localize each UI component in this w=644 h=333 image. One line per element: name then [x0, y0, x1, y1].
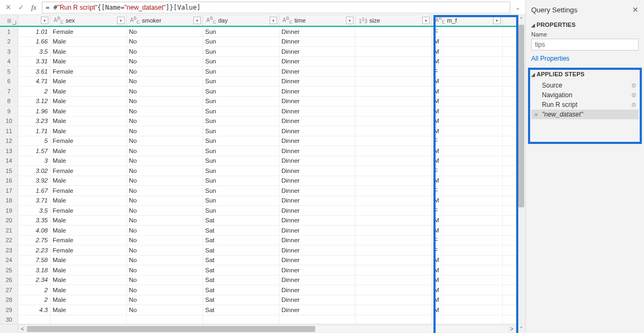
row-number[interactable]: 6: [0, 77, 18, 86]
row-number[interactable]: 30: [0, 315, 18, 324]
cell-time[interactable]: Dinner: [279, 236, 356, 245]
table-row[interactable]: 153.02FemaleNoSunDinnerF: [0, 166, 516, 176]
cell-sex[interactable]: Male: [50, 77, 127, 86]
row-number[interactable]: 27: [0, 285, 18, 295]
cell-day[interactable]: Sun: [203, 136, 279, 146]
column-header-day[interactable]: ABCday▾: [203, 15, 279, 26]
cell-size[interactable]: [356, 106, 432, 116]
table-row[interactable]: 143MaleNoSunDinnerM: [0, 156, 516, 166]
cell-day[interactable]: Sat: [203, 265, 279, 275]
row-number[interactable]: 24: [0, 256, 18, 265]
table-row[interactable]: 72MaleNoSunDinnerM: [0, 86, 516, 97]
cell-size[interactable]: [356, 305, 432, 315]
cell-sex[interactable]: Female: [50, 67, 127, 76]
cell-smoker[interactable]: No: [127, 216, 203, 226]
cell-time[interactable]: Dinner: [279, 295, 356, 305]
cell-smoker[interactable]: No: [127, 276, 203, 285]
cell-mf[interactable]: M: [432, 37, 503, 47]
cell-size[interactable]: [356, 146, 432, 156]
cell-size[interactable]: [356, 256, 432, 265]
table-row[interactable]: 53.61FemaleNoSunDinnerF: [0, 67, 516, 77]
cell-size[interactable]: [356, 176, 432, 186]
cell-smoker[interactable]: No: [127, 295, 203, 305]
cell-sex[interactable]: Male: [50, 86, 127, 96]
table-row[interactable]: 262.34MaleNoSatDinnerM: [0, 276, 516, 286]
cell-tip[interactable]: 4.3: [18, 305, 50, 315]
cell-size[interactable]: [356, 126, 432, 136]
cell-tip[interactable]: [18, 315, 50, 324]
cell-tip[interactable]: 3: [18, 156, 50, 166]
cell-smoker[interactable]: No: [127, 67, 203, 76]
cell-sex[interactable]: Male: [50, 285, 127, 295]
cell-day[interactable]: Sun: [203, 97, 279, 106]
cell-sex[interactable]: Male: [50, 305, 127, 315]
gear-icon[interactable]: ⚙: [631, 102, 636, 108]
cell-time[interactable]: Dinner: [279, 67, 356, 76]
fx-icon[interactable]: fx: [29, 3, 39, 12]
cell-time[interactable]: Dinner: [279, 245, 356, 255]
row-number[interactable]: 7: [0, 86, 18, 96]
row-number[interactable]: 4: [0, 57, 18, 67]
cell-tip[interactable]: 3.18: [18, 265, 50, 275]
cell-time[interactable]: Dinner: [279, 47, 356, 56]
cell-mf[interactable]: M: [432, 305, 503, 315]
cell-sex[interactable]: Female: [50, 206, 127, 215]
cell-smoker[interactable]: No: [127, 305, 203, 315]
cell-size[interactable]: [356, 295, 432, 305]
cell-day[interactable]: Sun: [203, 156, 279, 166]
cell-day[interactable]: Sun: [203, 27, 279, 37]
cell-size[interactable]: [356, 265, 432, 275]
cell-mf[interactable]: M: [432, 117, 503, 126]
cell-time[interactable]: Dinner: [279, 206, 356, 215]
cell-mf[interactable]: M: [432, 176, 503, 186]
cell-day[interactable]: Sat: [203, 236, 279, 245]
cell-mf[interactable]: M: [432, 256, 503, 265]
cell-size[interactable]: [356, 37, 432, 47]
cell-tip[interactable]: 3.92: [18, 176, 50, 186]
cell-time[interactable]: Dinner: [279, 276, 356, 285]
cell-size[interactable]: [356, 226, 432, 235]
cell-mf[interactable]: M: [432, 265, 503, 275]
row-number[interactable]: 23: [0, 245, 18, 255]
cell-sex[interactable]: Male: [50, 276, 127, 285]
row-number[interactable]: 8: [0, 97, 18, 106]
cell-time[interactable]: Dinner: [279, 196, 356, 206]
table-row[interactable]: 21.66MaleNoSunDinnerM: [0, 37, 516, 47]
cell-smoker[interactable]: No: [127, 265, 203, 275]
cell-day[interactable]: Sun: [203, 67, 279, 76]
cell-sex[interactable]: Female: [50, 136, 127, 146]
cell-tip[interactable]: 3.61: [18, 67, 50, 76]
gear-icon[interactable]: ⚙: [631, 92, 636, 99]
cell-smoker[interactable]: No: [127, 136, 203, 146]
cell-tip[interactable]: 3.12: [18, 97, 50, 106]
cell-day[interactable]: Sun: [203, 106, 279, 116]
cell-tip[interactable]: 3.23: [18, 117, 50, 126]
row-number[interactable]: 22: [0, 236, 18, 245]
cell-tip[interactable]: 1.57: [18, 146, 50, 156]
cell-smoker[interactable]: No: [127, 196, 203, 206]
row-number[interactable]: 2: [0, 37, 18, 47]
gear-icon[interactable]: ⚙: [631, 82, 636, 89]
cell-mf[interactable]: M: [432, 295, 503, 305]
cell-smoker[interactable]: No: [127, 206, 203, 215]
cell-time[interactable]: [279, 315, 356, 324]
table-row[interactable]: 83.12MaleNoSunDinnerM: [0, 97, 516, 107]
table-row[interactable]: 91.96MaleNoSunDinnerM: [0, 106, 516, 117]
cell-mf[interactable]: F: [432, 186, 503, 196]
delete-step-icon[interactable]: ✕: [533, 112, 538, 118]
cell-mf[interactable]: [432, 315, 503, 324]
cell-time[interactable]: Dinner: [279, 126, 356, 136]
cell-size[interactable]: [356, 186, 432, 196]
filter-dropdown-icon[interactable]: ▾: [117, 17, 125, 24]
cell-size[interactable]: [356, 97, 432, 106]
table-row[interactable]: 131.57MaleNoSunDinnerM: [0, 146, 516, 156]
cell-day[interactable]: Sun: [203, 206, 279, 215]
close-icon[interactable]: ✕: [632, 5, 639, 14]
cell-size[interactable]: [356, 276, 432, 285]
column-header-tip[interactable]: ▾: [18, 15, 50, 26]
cell-tip[interactable]: 2: [18, 295, 50, 305]
table-icon[interactable]: ⊞: [0, 15, 18, 26]
row-number[interactable]: 11: [0, 126, 18, 136]
column-header-sex[interactable]: ABCsex▾: [50, 15, 127, 26]
cell-time[interactable]: Dinner: [279, 57, 356, 67]
